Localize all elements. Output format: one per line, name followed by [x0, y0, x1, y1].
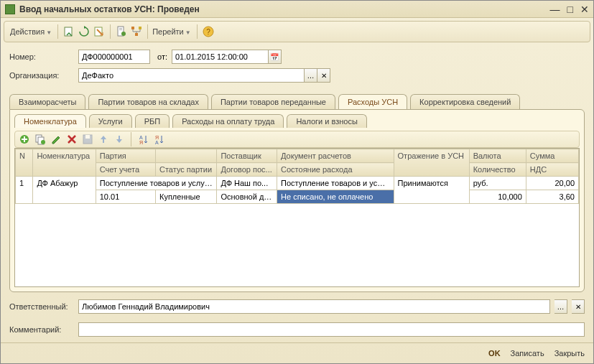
app-icon [5, 4, 15, 14]
maximize-button[interactable]: □ [567, 4, 573, 15]
resp-label: Ответственный: [9, 302, 74, 311]
svg-rect-16 [85, 135, 90, 139]
col-contract[interactable]: Договор пос... [217, 163, 277, 177]
date-input[interactable] [172, 50, 269, 64]
col-state[interactable]: Состояние расхода [277, 163, 394, 177]
tab-correction[interactable]: Корректировка сведений [410, 94, 520, 109]
header-row-1: N Номенклатура Партия Поставщик Документ… [16, 149, 579, 163]
cell-state[interactable]: Не списано, не оплачено [277, 190, 394, 204]
svg-rect-4 [119, 29, 122, 30]
resp-input[interactable] [78, 299, 550, 314]
sub-tabs: Номенклатура Услуги РБП Расходы на оплат… [14, 114, 580, 128]
tab-goods-warehouse[interactable]: Партии товаров на складах [88, 94, 208, 109]
delete-row-icon[interactable] [65, 133, 78, 146]
refresh-icon[interactable] [78, 25, 91, 38]
svg-text:Я: Я [155, 135, 159, 140]
grid-toolbar: AЯ ЯA [14, 131, 580, 148]
main-toolbar: Действия▼ Перейти▼ ? [4, 21, 590, 42]
cell-n: 1 [16, 177, 33, 204]
col-reflection[interactable]: Отражение в УСН [394, 149, 469, 177]
comment-label: Комментарий: [9, 325, 74, 334]
tab-payroll[interactable]: Расходы на оплату труда [172, 114, 284, 128]
sort-desc-icon[interactable]: ЯA [152, 133, 165, 146]
svg-rect-7 [139, 27, 141, 29]
window: Ввод начальных остатков УСН: Проведен — … [0, 0, 594, 364]
org-clear-icon[interactable]: ✕ [317, 68, 330, 83]
org-input[interactable] [78, 68, 305, 83]
svg-point-5 [121, 32, 126, 36]
titlebar: Ввод начальных остатков УСН: Проведен — … [1, 1, 593, 18]
move-up-icon[interactable] [97, 133, 110, 146]
col-n[interactable]: N [16, 149, 33, 177]
calendar-icon[interactable]: 📅 [269, 50, 282, 64]
header-form: Номер: от: 📅 Организация: … ✕ [1, 45, 593, 91]
post-icon[interactable] [62, 25, 75, 38]
table-row[interactable]: 1 ДФ Абажур Поступление товаров и услуг.… [16, 177, 579, 190]
date-label: от: [157, 52, 167, 61]
minimize-button[interactable]: — [550, 4, 560, 15]
ok-button[interactable]: OK [488, 349, 501, 358]
cell-status: Купленные [156, 190, 217, 204]
tab-nomenclature[interactable]: Номенклатура [14, 114, 86, 128]
svg-point-14 [41, 140, 45, 144]
col-party[interactable]: Партия [96, 149, 155, 163]
write-button[interactable]: Записать [511, 349, 544, 358]
number-input[interactable] [78, 50, 150, 64]
col-supplier[interactable]: Поставщик [217, 149, 277, 163]
navigate-icon[interactable] [93, 25, 106, 38]
tab-rbp[interactable]: РБП [135, 114, 170, 128]
tab-usn-expenses[interactable]: Расходы УСН [338, 94, 407, 109]
col-status[interactable]: Статус партии [156, 163, 217, 177]
resp-clear-icon[interactable]: ✕ [572, 299, 585, 314]
svg-rect-8 [135, 33, 138, 36]
col-vat[interactable]: НДС [526, 163, 578, 177]
header-row-2: Счет учета Статус партии Договор пос... … [16, 163, 579, 177]
svg-text:?: ? [206, 28, 210, 36]
move-down-icon[interactable] [113, 133, 126, 146]
cell-account: 10.01 [96, 190, 155, 204]
actions-menu[interactable]: Действия▼ [10, 27, 52, 36]
col-sum[interactable]: Сумма [526, 149, 578, 163]
close-footer-button[interactable]: Закрыть [554, 349, 585, 358]
save-icon[interactable] [81, 133, 94, 146]
copy-row-icon[interactable] [34, 133, 47, 146]
svg-text:A: A [155, 140, 159, 145]
help-icon[interactable]: ? [202, 25, 215, 38]
sort-asc-icon[interactable]: AЯ [136, 133, 149, 146]
tab-services[interactable]: Услуги [89, 114, 132, 128]
cell-vat: 3,60 [526, 190, 578, 204]
col-currency[interactable]: Валюта [469, 149, 526, 163]
add-row-icon[interactable] [18, 133, 31, 146]
document-icon[interactable] [115, 25, 128, 38]
svg-rect-6 [131, 27, 134, 29]
cell-doc: Поступление товаров и услу... [277, 177, 394, 190]
main-tabs: Взаиморасчеты Партии товаров на складах … [9, 94, 585, 109]
number-label: Номер: [9, 52, 74, 61]
footer-form: Ответственный: … ✕ Комментарий: [1, 297, 593, 342]
svg-rect-3 [119, 28, 122, 29]
table-row[interactable]: 10.01 Купленные Основной до... Не списан… [16, 190, 579, 204]
cell-party: Поступление товаров и услуг... [96, 177, 217, 190]
close-button[interactable]: ✕ [580, 4, 589, 15]
footer-bar: OK Записать Закрыть [1, 342, 593, 363]
structure-icon[interactable] [130, 25, 143, 38]
data-grid[interactable]: N Номенклатура Партия Поставщик Документ… [14, 148, 580, 287]
tab-taxes[interactable]: Налоги и взносы [287, 114, 367, 128]
tab-goods-transferred[interactable]: Партии товаров переданные [211, 94, 335, 109]
col-nomenclature[interactable]: Номенклатура [33, 149, 96, 177]
edit-row-icon[interactable] [50, 133, 62, 146]
cell-contract: Основной до... [217, 190, 277, 204]
col-account[interactable]: Счет учета [96, 163, 155, 177]
resp-lookup-icon[interactable]: … [554, 299, 567, 314]
cell-supplier: ДФ Наш по... [217, 177, 277, 190]
window-title: Ввод начальных остатков УСН: Проведен [19, 4, 550, 14]
cell-nomen: ДФ Абажур [33, 177, 96, 204]
col-qty[interactable]: Количество [469, 163, 526, 177]
tab-settlements[interactable]: Взаиморасчеты [9, 94, 85, 109]
cell-qty: 10,000 [469, 190, 526, 204]
comment-input[interactable] [78, 322, 585, 337]
org-lookup-icon[interactable]: … [305, 68, 317, 83]
goto-menu[interactable]: Перейти▼ [152, 27, 191, 36]
svg-text:A: A [139, 135, 143, 140]
col-doc[interactable]: Документ расчетов [277, 149, 394, 163]
